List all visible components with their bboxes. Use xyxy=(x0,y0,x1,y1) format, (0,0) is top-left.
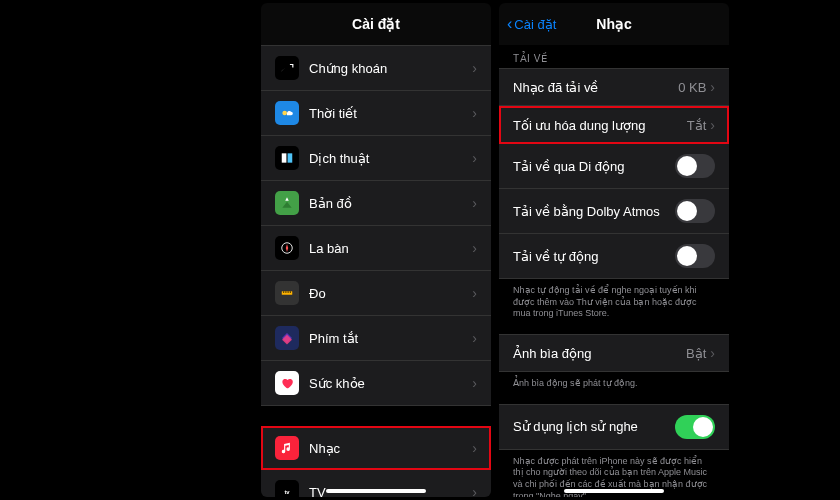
chevron-right-icon: › xyxy=(472,285,477,301)
row-downloaded-music[interactable]: Nhạc đã tải về 0 KB › xyxy=(499,68,729,106)
music-settings-list[interactable]: TẢI VỀ Nhạc đã tải về 0 KB › Tối ưu hóa … xyxy=(499,45,729,497)
svg-text:tv: tv xyxy=(284,489,290,495)
chevron-right-icon: › xyxy=(472,105,477,121)
chevron-right-icon: › xyxy=(472,195,477,211)
section-downloads: TẢI VỀ xyxy=(499,45,729,68)
svg-rect-1 xyxy=(282,153,287,162)
toggle-auto[interactable] xyxy=(675,244,715,268)
settings-row-stocks[interactable]: Chứng khoán› xyxy=(261,45,491,91)
music-icon xyxy=(275,436,299,460)
row-cellular-download[interactable]: Tải về qua Di động xyxy=(499,144,729,189)
header: Cài đặt xyxy=(261,3,491,45)
row-dolby-download[interactable]: Tải về bằng Dolby Atmos xyxy=(499,189,729,234)
row-auto-download[interactable]: Tải về tự động xyxy=(499,234,729,279)
header-title: Cài đặt xyxy=(352,16,400,32)
settings-screen: Cài đặt Chứng khoán›Thời tiết›Dịch thuật… xyxy=(261,3,491,497)
tv-icon: tv xyxy=(275,480,299,497)
cover-footer: Ảnh bìa động sẽ phát tự động. xyxy=(499,372,729,396)
svg-point-0 xyxy=(282,111,287,116)
downloads-footer: Nhạc tự động tải về để nghe ngoại tuyến … xyxy=(499,279,729,326)
chevron-right-icon: › xyxy=(472,150,477,166)
measure-icon xyxy=(275,281,299,305)
chevron-right-icon: › xyxy=(472,240,477,256)
chevron-left-icon: ‹ xyxy=(507,15,512,33)
chevron-right-icon: › xyxy=(472,484,477,497)
translate-icon xyxy=(275,146,299,170)
settings-row-health[interactable]: Sức khỏe› xyxy=(261,361,491,406)
chevron-right-icon: › xyxy=(472,60,477,76)
maps-icon xyxy=(275,191,299,215)
row-optimize-storage[interactable]: Tối ưu hóa dung lượng Tắt › xyxy=(499,106,729,144)
header: ‹ Cài đặt Nhạc xyxy=(499,3,729,45)
chevron-right-icon: › xyxy=(710,79,715,95)
home-indicator[interactable] xyxy=(564,489,664,493)
music-settings-screen: ‹ Cài đặt Nhạc TẢI VỀ Nhạc đã tải về 0 K… xyxy=(499,3,729,497)
toggle-cellular[interactable] xyxy=(675,154,715,178)
settings-row-translate[interactable]: Dịch thuật› xyxy=(261,136,491,181)
chevron-right-icon: › xyxy=(472,375,477,391)
stocks-icon xyxy=(275,56,299,80)
header-title: Nhạc xyxy=(596,16,631,32)
row-animated-cover[interactable]: Ảnh bìa động Bật › xyxy=(499,334,729,372)
settings-row-maps[interactable]: Bản đồ› xyxy=(261,181,491,226)
chevron-right-icon: › xyxy=(710,345,715,361)
settings-row-shortcuts[interactable]: Phím tắt› xyxy=(261,316,491,361)
settings-row-measure[interactable]: Đo› xyxy=(261,271,491,316)
home-indicator[interactable] xyxy=(326,489,426,493)
health-icon xyxy=(275,371,299,395)
settings-row-music[interactable]: Nhạc› xyxy=(261,426,491,470)
back-button[interactable]: ‹ Cài đặt xyxy=(507,15,556,33)
settings-row-compass[interactable]: La bàn› xyxy=(261,226,491,271)
svg-rect-6 xyxy=(282,335,292,345)
settings-row-weather[interactable]: Thời tiết› xyxy=(261,91,491,136)
row-listening-history[interactable]: Sử dụng lịch sử nghe xyxy=(499,404,729,450)
back-label: Cài đặt xyxy=(514,17,556,32)
toggle-dolby[interactable] xyxy=(675,199,715,223)
shortcuts-icon xyxy=(275,326,299,350)
svg-rect-2 xyxy=(288,153,293,162)
weather-icon xyxy=(275,101,299,125)
compass-icon xyxy=(275,236,299,260)
chevron-right-icon: › xyxy=(710,117,715,133)
chevron-right-icon: › xyxy=(472,440,477,456)
toggle-history[interactable] xyxy=(675,415,715,439)
chevron-right-icon: › xyxy=(472,330,477,346)
settings-list[interactable]: Chứng khoán›Thời tiết›Dịch thuật›Bản đồ›… xyxy=(261,45,491,497)
